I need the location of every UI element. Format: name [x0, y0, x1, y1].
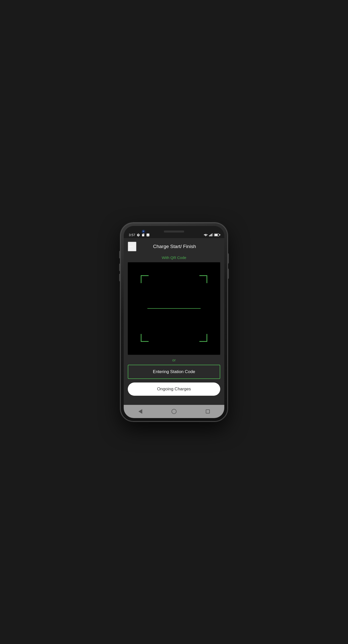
or-label: or	[172, 358, 176, 362]
camera	[141, 229, 146, 234]
app-content: ← Charge Start/ Finish With QR Code or E…	[124, 238, 224, 418]
battery-icon	[214, 234, 219, 236]
phone-screen: 3:57	[124, 226, 224, 418]
qr-scanner	[128, 262, 220, 355]
nav-home-icon	[171, 409, 177, 414]
status-left: 3:57	[129, 233, 150, 237]
with-qr-label: With QR Code	[162, 255, 186, 260]
ongoing-charges-button[interactable]: Ongoing Charges	[128, 382, 220, 396]
battery-fill	[215, 234, 218, 236]
nav-back-icon	[138, 409, 142, 414]
status-right	[204, 233, 219, 236]
sd-card-icon	[141, 233, 145, 237]
back-button[interactable]: ←	[128, 242, 136, 251]
phone-device: 3:57	[121, 223, 227, 421]
qr-scan-line	[147, 308, 201, 309]
nav-bar	[124, 405, 224, 418]
qr-frame	[141, 275, 207, 342]
nav-recent-button[interactable]	[204, 407, 212, 416]
page-title: Charge Start/ Finish	[136, 244, 213, 249]
entering-station-code-button[interactable]: Entering Station Code	[128, 365, 220, 379]
nfc-icon	[146, 233, 150, 237]
nav-back-button[interactable]	[136, 407, 144, 416]
top-bar: ← Charge Start/ Finish	[124, 238, 224, 254]
speaker	[164, 231, 184, 233]
scroll-content: With QR Code or Entering Station Code On…	[124, 254, 224, 405]
nav-recent-icon	[206, 409, 210, 413]
signal-bars	[209, 233, 213, 236]
wifi-icon	[204, 233, 208, 236]
nav-home-button[interactable]	[169, 407, 179, 416]
settings-icon	[137, 233, 140, 237]
status-time: 3:57	[129, 233, 135, 237]
